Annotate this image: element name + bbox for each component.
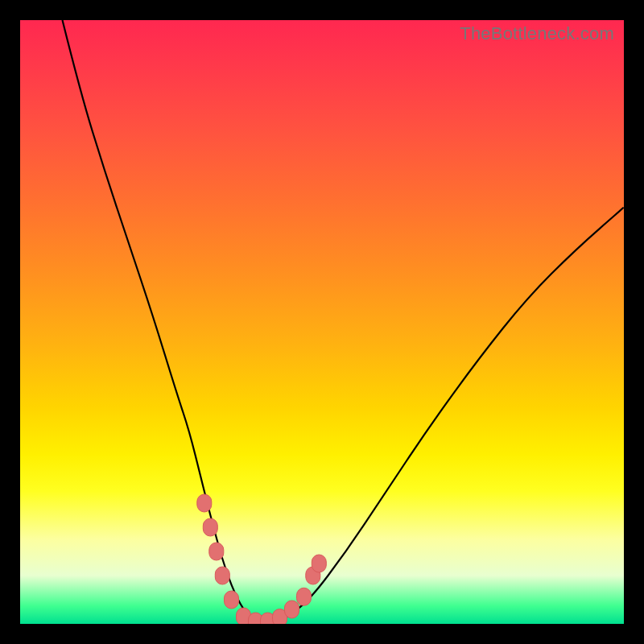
bottleneck-curve xyxy=(63,20,625,624)
curve-marker xyxy=(197,494,212,512)
chart-svg xyxy=(20,20,624,624)
curve-marker xyxy=(297,588,312,605)
curve-marker xyxy=(203,518,217,536)
curve-marker xyxy=(215,567,229,584)
curve-marker xyxy=(285,601,299,618)
marker-group xyxy=(197,494,326,624)
plot-area: TheBottleneck.com xyxy=(20,20,624,624)
curve-marker xyxy=(209,543,224,560)
curve-marker xyxy=(225,591,239,609)
curve-marker xyxy=(312,555,326,572)
